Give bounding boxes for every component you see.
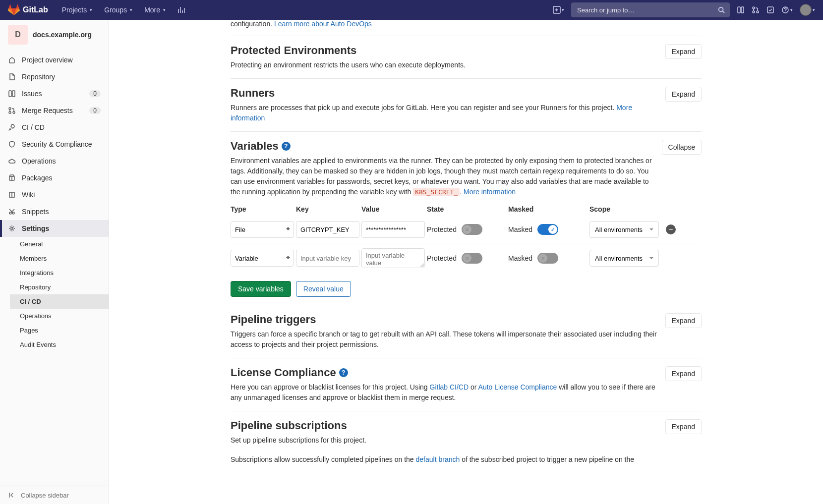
auto-license-link[interactable]: Auto License Compliance <box>478 383 557 391</box>
subnav-members[interactable]: Members <box>10 251 109 266</box>
section-variables: Variables? Environment variables are app… <box>231 132 702 305</box>
project-header[interactable]: D docs.example.org <box>0 20 109 50</box>
search-wrap <box>571 2 730 17</box>
gitlab-cicd-link[interactable]: Gitlab CI/CD <box>430 383 469 391</box>
sidebar-item-cicd[interactable]: CI / CD <box>0 119 109 136</box>
table-header: Type Key Value State Masked Scope <box>231 205 702 216</box>
sidebar-item-mrs[interactable]: Merge Requests0 <box>0 102 109 119</box>
value-input[interactable] <box>361 221 425 238</box>
sidebar-item-packages[interactable]: Packages <box>0 169 109 186</box>
more-info-link[interactable]: More information <box>464 188 516 196</box>
sidebar-item-security[interactable]: Security & Compliance <box>0 136 109 153</box>
subnav-repository[interactable]: Repository <box>10 280 109 294</box>
user-menu[interactable]: ▾ <box>800 4 815 16</box>
help-icon[interactable]: ? <box>339 368 348 377</box>
save-variables-button[interactable]: Save variables <box>231 281 291 297</box>
svg-point-4 <box>753 7 755 9</box>
type-select[interactable]: Variable <box>231 250 294 267</box>
help-icon[interactable]: ▾ <box>781 6 793 14</box>
section-desc: Set up pipeline subscriptions for this p… <box>231 435 657 446</box>
rocket-icon <box>8 123 16 131</box>
svg-rect-10 <box>12 91 15 97</box>
expand-button[interactable]: Expand <box>665 313 702 328</box>
svg-point-5 <box>753 11 755 13</box>
autodevops-link[interactable]: Learn more about Auto DevOps <box>274 20 372 28</box>
section-desc: Environment variables are applied to env… <box>231 156 654 197</box>
merge-requests-shortcut-icon[interactable] <box>752 6 760 14</box>
issues-shortcut-icon[interactable] <box>737 6 745 14</box>
nav-activity-icon[interactable] <box>173 2 190 18</box>
section-title: Runners <box>231 87 657 100</box>
expand-button[interactable]: Expand <box>665 419 702 434</box>
help-icon[interactable]: ? <box>282 142 291 151</box>
subnav-general[interactable]: General <box>10 237 109 251</box>
sidebar-item-repository[interactable]: Repository <box>0 68 109 85</box>
svg-point-16 <box>12 212 14 214</box>
variable-row: File Protected Masked All environments − <box>231 216 702 243</box>
section-runners: Runners Runners are processes that pick … <box>231 79 702 132</box>
gitlab-logo[interactable]: GitLab <box>8 4 48 16</box>
section-desc-2: Subscriptions allow successfully complet… <box>231 454 657 465</box>
masked-toggle[interactable] <box>537 253 558 264</box>
section-license-compliance: License Compliance? Here you can approve… <box>231 358 702 411</box>
subnav-operations[interactable]: Operations <box>10 309 109 323</box>
key-input[interactable] <box>296 221 359 238</box>
col-state: State <box>427 205 506 213</box>
default-branch-link[interactable]: default branch <box>416 455 460 463</box>
search-icon[interactable] <box>718 6 725 13</box>
svg-point-6 <box>757 11 759 13</box>
remove-variable-button[interactable]: − <box>666 224 676 234</box>
merge-icon <box>8 107 16 114</box>
value-input[interactable] <box>361 248 425 268</box>
todos-icon[interactable] <box>766 6 774 14</box>
sidebar-item-overview[interactable]: Project overview <box>0 52 109 68</box>
section-title: Protected Environments <box>231 44 657 57</box>
sidebar-item-settings[interactable]: Settings <box>0 220 109 237</box>
shield-icon <box>8 140 16 148</box>
reveal-value-button[interactable]: Reveal value <box>296 281 351 297</box>
project-name: docs.example.org <box>33 31 92 39</box>
collapse-sidebar-button[interactable]: Collapse sidebar <box>0 486 109 504</box>
state-label: Protected <box>427 254 457 262</box>
collapse-icon <box>8 491 16 499</box>
expand-button[interactable]: Expand <box>665 87 702 102</box>
scope-dropdown[interactable]: All environments <box>589 250 659 267</box>
tanuki-icon <box>8 4 20 16</box>
subnav-pages[interactable]: Pages <box>10 323 109 337</box>
cloud-icon <box>8 157 16 165</box>
nav-groups[interactable]: Groups▾ <box>99 2 137 18</box>
protected-toggle[interactable] <box>462 253 482 264</box>
plus-icon[interactable]: ▾ <box>553 6 564 14</box>
nav-projects[interactable]: Projects▾ <box>57 2 98 18</box>
masked-toggle[interactable] <box>537 224 558 235</box>
expand-button[interactable]: Expand <box>665 366 702 381</box>
avatar <box>800 4 812 16</box>
nav-more[interactable]: More▾ <box>139 2 171 18</box>
key-input[interactable] <box>296 250 359 267</box>
svg-point-1 <box>719 7 723 12</box>
package-icon <box>8 174 16 182</box>
subnav-cicd[interactable]: CI / CD <box>10 294 109 309</box>
section-pipeline-subscriptions: Pipeline subscriptions Set up pipeline s… <box>231 411 702 473</box>
scope-dropdown[interactable]: All environments <box>589 221 659 238</box>
sidebar-item-snippets[interactable]: Snippets <box>0 203 109 220</box>
sidebar-item-issues[interactable]: Issues0 <box>0 85 109 102</box>
sidebar-item-operations[interactable]: Operations <box>0 153 109 169</box>
chevron-down-icon: ▾ <box>163 7 166 12</box>
svg-rect-9 <box>9 91 11 97</box>
type-select[interactable]: File <box>231 221 294 238</box>
expand-button[interactable]: Expand <box>665 44 702 59</box>
col-value: Value <box>361 205 425 213</box>
col-key: Key <box>296 205 359 213</box>
protected-toggle[interactable] <box>462 224 482 235</box>
subnav-audit[interactable]: Audit Events <box>10 337 109 352</box>
collapse-button[interactable]: Collapse <box>662 140 702 155</box>
search-input[interactable] <box>571 2 730 17</box>
section-title: Pipeline subscriptions <box>231 419 657 432</box>
issues-icon <box>8 90 16 98</box>
section-desc: Protecting an environment restricts the … <box>231 60 657 70</box>
sidebar-item-wiki[interactable]: Wiki <box>0 186 109 203</box>
variable-row: Variable Protected Masked All environmen… <box>231 243 702 273</box>
top-header: GitLab Projects▾ Groups▾ More▾ ▾ ▾ ▾ <box>0 0 823 20</box>
subnav-integrations[interactable]: Integrations <box>10 266 109 280</box>
